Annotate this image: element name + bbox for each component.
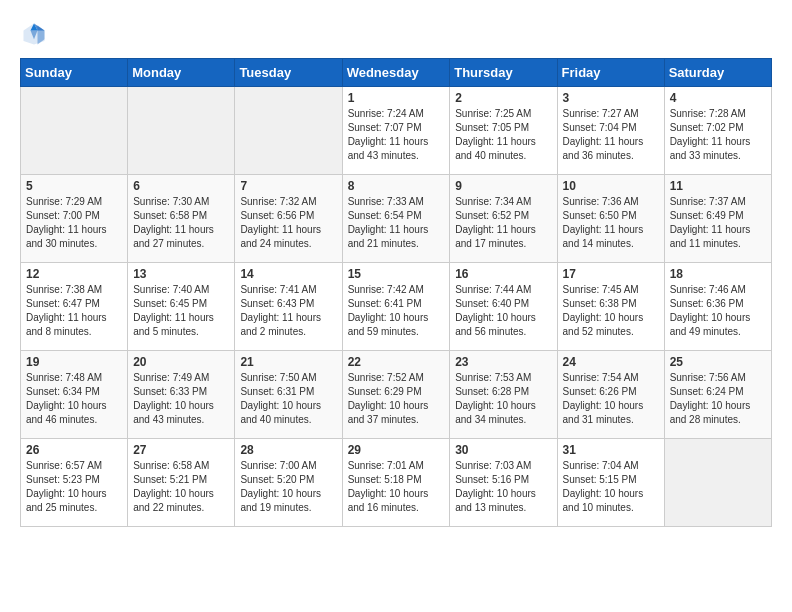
calendar-cell: 19Sunrise: 7:48 AM Sunset: 6:34 PM Dayli…: [21, 351, 128, 439]
calendar-cell: 20Sunrise: 7:49 AM Sunset: 6:33 PM Dayli…: [128, 351, 235, 439]
day-info: Sunrise: 7:38 AM Sunset: 6:47 PM Dayligh…: [26, 283, 122, 339]
calendar-cell: 29Sunrise: 7:01 AM Sunset: 5:18 PM Dayli…: [342, 439, 450, 527]
day-number: 29: [348, 443, 445, 457]
day-info: Sunrise: 7:03 AM Sunset: 5:16 PM Dayligh…: [455, 459, 551, 515]
day-info: Sunrise: 7:52 AM Sunset: 6:29 PM Dayligh…: [348, 371, 445, 427]
day-number: 3: [563, 91, 659, 105]
calendar-cell: 3Sunrise: 7:27 AM Sunset: 7:04 PM Daylig…: [557, 87, 664, 175]
day-number: 24: [563, 355, 659, 369]
day-info: Sunrise: 7:49 AM Sunset: 6:33 PM Dayligh…: [133, 371, 229, 427]
day-info: Sunrise: 7:24 AM Sunset: 7:07 PM Dayligh…: [348, 107, 445, 163]
calendar-cell: 22Sunrise: 7:52 AM Sunset: 6:29 PM Dayli…: [342, 351, 450, 439]
calendar-cell: 17Sunrise: 7:45 AM Sunset: 6:38 PM Dayli…: [557, 263, 664, 351]
day-info: Sunrise: 7:34 AM Sunset: 6:52 PM Dayligh…: [455, 195, 551, 251]
calendar-cell: [21, 87, 128, 175]
day-number: 26: [26, 443, 122, 457]
day-info: Sunrise: 6:57 AM Sunset: 5:23 PM Dayligh…: [26, 459, 122, 515]
calendar-cell: 23Sunrise: 7:53 AM Sunset: 6:28 PM Dayli…: [450, 351, 557, 439]
calendar: SundayMondayTuesdayWednesdayThursdayFrid…: [20, 58, 772, 527]
day-of-week-header: Tuesday: [235, 59, 342, 87]
day-info: Sunrise: 7:32 AM Sunset: 6:56 PM Dayligh…: [240, 195, 336, 251]
calendar-cell: 1Sunrise: 7:24 AM Sunset: 7:07 PM Daylig…: [342, 87, 450, 175]
day-number: 28: [240, 443, 336, 457]
calendar-cell: 10Sunrise: 7:36 AM Sunset: 6:50 PM Dayli…: [557, 175, 664, 263]
calendar-cell: 5Sunrise: 7:29 AM Sunset: 7:00 PM Daylig…: [21, 175, 128, 263]
day-info: Sunrise: 7:29 AM Sunset: 7:00 PM Dayligh…: [26, 195, 122, 251]
day-number: 15: [348, 267, 445, 281]
day-of-week-header: Friday: [557, 59, 664, 87]
day-number: 6: [133, 179, 229, 193]
calendar-cell: 25Sunrise: 7:56 AM Sunset: 6:24 PM Dayli…: [664, 351, 771, 439]
calendar-cell: 28Sunrise: 7:00 AM Sunset: 5:20 PM Dayli…: [235, 439, 342, 527]
day-number: 12: [26, 267, 122, 281]
calendar-cell: 7Sunrise: 7:32 AM Sunset: 6:56 PM Daylig…: [235, 175, 342, 263]
day-number: 11: [670, 179, 766, 193]
day-info: Sunrise: 7:36 AM Sunset: 6:50 PM Dayligh…: [563, 195, 659, 251]
calendar-cell: 18Sunrise: 7:46 AM Sunset: 6:36 PM Dayli…: [664, 263, 771, 351]
logo-icon: [20, 20, 48, 48]
day-number: 21: [240, 355, 336, 369]
calendar-cell: [128, 87, 235, 175]
day-info: Sunrise: 7:40 AM Sunset: 6:45 PM Dayligh…: [133, 283, 229, 339]
day-number: 5: [26, 179, 122, 193]
calendar-cell: 27Sunrise: 6:58 AM Sunset: 5:21 PM Dayli…: [128, 439, 235, 527]
calendar-header-row: SundayMondayTuesdayWednesdayThursdayFrid…: [21, 59, 772, 87]
day-info: Sunrise: 6:58 AM Sunset: 5:21 PM Dayligh…: [133, 459, 229, 515]
calendar-cell: 9Sunrise: 7:34 AM Sunset: 6:52 PM Daylig…: [450, 175, 557, 263]
day-of-week-header: Monday: [128, 59, 235, 87]
day-number: 16: [455, 267, 551, 281]
day-number: 8: [348, 179, 445, 193]
day-number: 27: [133, 443, 229, 457]
calendar-cell: 13Sunrise: 7:40 AM Sunset: 6:45 PM Dayli…: [128, 263, 235, 351]
day-number: 31: [563, 443, 659, 457]
day-of-week-header: Wednesday: [342, 59, 450, 87]
day-of-week-header: Sunday: [21, 59, 128, 87]
day-number: 13: [133, 267, 229, 281]
day-number: 25: [670, 355, 766, 369]
calendar-cell: 15Sunrise: 7:42 AM Sunset: 6:41 PM Dayli…: [342, 263, 450, 351]
week-row: 12Sunrise: 7:38 AM Sunset: 6:47 PM Dayli…: [21, 263, 772, 351]
day-number: 1: [348, 91, 445, 105]
day-number: 9: [455, 179, 551, 193]
day-of-week-header: Saturday: [664, 59, 771, 87]
day-info: Sunrise: 7:25 AM Sunset: 7:05 PM Dayligh…: [455, 107, 551, 163]
day-info: Sunrise: 7:28 AM Sunset: 7:02 PM Dayligh…: [670, 107, 766, 163]
day-number: 17: [563, 267, 659, 281]
day-number: 14: [240, 267, 336, 281]
day-info: Sunrise: 7:37 AM Sunset: 6:49 PM Dayligh…: [670, 195, 766, 251]
calendar-cell: 31Sunrise: 7:04 AM Sunset: 5:15 PM Dayli…: [557, 439, 664, 527]
day-number: 23: [455, 355, 551, 369]
calendar-cell: 24Sunrise: 7:54 AM Sunset: 6:26 PM Dayli…: [557, 351, 664, 439]
calendar-cell: 12Sunrise: 7:38 AM Sunset: 6:47 PM Dayli…: [21, 263, 128, 351]
calendar-cell: 11Sunrise: 7:37 AM Sunset: 6:49 PM Dayli…: [664, 175, 771, 263]
day-info: Sunrise: 7:33 AM Sunset: 6:54 PM Dayligh…: [348, 195, 445, 251]
day-number: 2: [455, 91, 551, 105]
day-number: 22: [348, 355, 445, 369]
day-number: 19: [26, 355, 122, 369]
calendar-cell: 6Sunrise: 7:30 AM Sunset: 6:58 PM Daylig…: [128, 175, 235, 263]
calendar-cell: 16Sunrise: 7:44 AM Sunset: 6:40 PM Dayli…: [450, 263, 557, 351]
day-number: 18: [670, 267, 766, 281]
day-info: Sunrise: 7:45 AM Sunset: 6:38 PM Dayligh…: [563, 283, 659, 339]
calendar-cell: 14Sunrise: 7:41 AM Sunset: 6:43 PM Dayli…: [235, 263, 342, 351]
week-row: 19Sunrise: 7:48 AM Sunset: 6:34 PM Dayli…: [21, 351, 772, 439]
day-info: Sunrise: 7:50 AM Sunset: 6:31 PM Dayligh…: [240, 371, 336, 427]
calendar-cell: 2Sunrise: 7:25 AM Sunset: 7:05 PM Daylig…: [450, 87, 557, 175]
calendar-cell: 21Sunrise: 7:50 AM Sunset: 6:31 PM Dayli…: [235, 351, 342, 439]
day-number: 4: [670, 91, 766, 105]
day-number: 10: [563, 179, 659, 193]
calendar-cell: 4Sunrise: 7:28 AM Sunset: 7:02 PM Daylig…: [664, 87, 771, 175]
day-info: Sunrise: 7:41 AM Sunset: 6:43 PM Dayligh…: [240, 283, 336, 339]
calendar-cell: 30Sunrise: 7:03 AM Sunset: 5:16 PM Dayli…: [450, 439, 557, 527]
week-row: 1Sunrise: 7:24 AM Sunset: 7:07 PM Daylig…: [21, 87, 772, 175]
day-info: Sunrise: 7:56 AM Sunset: 6:24 PM Dayligh…: [670, 371, 766, 427]
calendar-cell: [235, 87, 342, 175]
day-info: Sunrise: 7:01 AM Sunset: 5:18 PM Dayligh…: [348, 459, 445, 515]
week-row: 26Sunrise: 6:57 AM Sunset: 5:23 PM Dayli…: [21, 439, 772, 527]
day-info: Sunrise: 7:46 AM Sunset: 6:36 PM Dayligh…: [670, 283, 766, 339]
logo: [20, 20, 52, 48]
day-number: 30: [455, 443, 551, 457]
day-info: Sunrise: 7:42 AM Sunset: 6:41 PM Dayligh…: [348, 283, 445, 339]
calendar-cell: [664, 439, 771, 527]
day-info: Sunrise: 7:04 AM Sunset: 5:15 PM Dayligh…: [563, 459, 659, 515]
